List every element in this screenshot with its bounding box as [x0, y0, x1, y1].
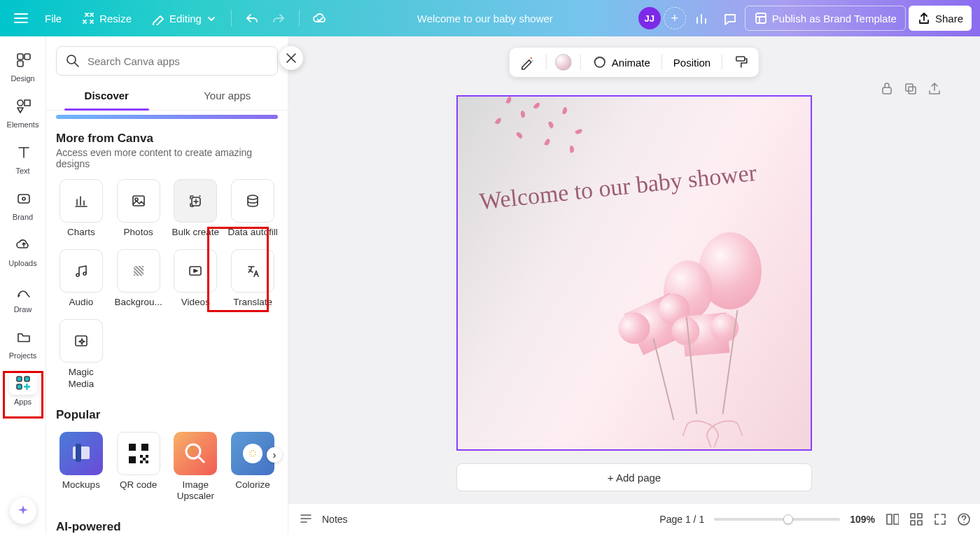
- export-page-icon[interactable]: [927, 81, 941, 95]
- notes-label[interactable]: Notes: [322, 514, 348, 525]
- paint-roller-icon: [734, 55, 749, 70]
- analytics-button[interactable]: [689, 6, 714, 31]
- app-label: Charts: [67, 227, 95, 238]
- zoom-slider[interactable]: [714, 518, 840, 521]
- app-translate[interactable]: Translate: [227, 249, 278, 308]
- resize-menu[interactable]: Resize: [73, 6, 140, 31]
- svg-rect-12: [133, 196, 144, 206]
- svg-point-11: [67, 55, 76, 64]
- user-avatar[interactable]: JJ: [638, 7, 661, 29]
- animate-button[interactable]: Animate: [589, 51, 653, 73]
- app-magic-media[interactable]: Magic Media: [56, 319, 106, 389]
- svg-rect-22: [76, 444, 81, 462]
- svg-rect-5: [24, 100, 30, 106]
- ai-powered-title: AI-powered: [56, 520, 278, 534]
- svg-point-39: [532, 60, 533, 62]
- position-button[interactable]: Position: [671, 51, 713, 73]
- magic-media-icon: [74, 333, 89, 349]
- add-collaborator-button[interactable]: +: [664, 7, 686, 29]
- svg-rect-2: [24, 54, 30, 59]
- fullscreen-button[interactable]: [932, 512, 946, 526]
- canvas-stage[interactable]: Welcome to our baby shower + Add page: [288, 36, 980, 503]
- app-data-autofill[interactable]: Data autofill: [227, 179, 278, 238]
- app-label: Backgrou...: [114, 297, 162, 308]
- file-menu[interactable]: File: [36, 6, 70, 31]
- zoom-value: 109%: [850, 514, 875, 525]
- grid-view-button[interactable]: [909, 512, 923, 526]
- rail-elements[interactable]: Elements: [2, 90, 44, 134]
- separator: [231, 10, 232, 27]
- format-painter-button[interactable]: [731, 51, 752, 73]
- close-panel-button[interactable]: [279, 46, 303, 70]
- app-label: Translate: [233, 297, 272, 308]
- app-background[interactable]: Backgrou...: [113, 249, 164, 308]
- draw-icon: [15, 283, 31, 298]
- app-videos[interactable]: Videos: [171, 249, 221, 308]
- brand-icon: [15, 190, 31, 206]
- svg-rect-47: [911, 514, 915, 518]
- publish-template-button[interactable]: Publish as Brand Template: [745, 6, 906, 31]
- apps-icon: [15, 374, 31, 391]
- rail-design[interactable]: Design: [2, 43, 44, 88]
- zoom-slider-thumb[interactable]: [783, 514, 793, 524]
- help-button[interactable]: [956, 512, 970, 526]
- magic-edit-button[interactable]: [517, 51, 538, 73]
- tab-discover[interactable]: Discover: [46, 83, 167, 110]
- help-icon: [956, 512, 970, 527]
- notes-button[interactable]: [298, 512, 312, 526]
- rail-label: Projects: [9, 351, 37, 360]
- editing-mode-menu[interactable]: Editing: [143, 6, 224, 31]
- app-photos[interactable]: Photos: [113, 179, 164, 238]
- color-swatch[interactable]: [555, 54, 572, 71]
- separator: [722, 55, 722, 70]
- redo-button[interactable]: [267, 6, 292, 31]
- bottom-bar: Notes Page 1 / 1 109%: [288, 503, 980, 534]
- more-from-canva-title: More from Canva: [56, 132, 278, 146]
- duplicate-page-icon[interactable]: [903, 81, 917, 95]
- tab-your-apps[interactable]: Your apps: [167, 83, 288, 110]
- rail-label: Elements: [7, 120, 39, 129]
- popular-next-button[interactable]: ›: [267, 447, 282, 463]
- panel-scroll[interactable]: More from Canva Access even more content…: [46, 111, 288, 534]
- svg-rect-29: [146, 461, 148, 463]
- search-apps-input[interactable]: [56, 46, 278, 76]
- app-label: Magic Media: [56, 367, 106, 389]
- app-label: Mockups: [62, 479, 100, 491]
- svg-rect-50: [918, 521, 922, 525]
- hamburger-menu[interactable]: [8, 6, 34, 31]
- cloud-sync-button[interactable]: [307, 6, 332, 31]
- popular-upscaler[interactable]: Image Upscaler: [171, 432, 221, 502]
- rail-text[interactable]: Text: [2, 136, 44, 181]
- app-label: Bulk create: [172, 227, 220, 238]
- rail-draw[interactable]: Draw: [2, 274, 44, 319]
- comments-button[interactable]: [717, 6, 742, 31]
- app-label: Data autofill: [227, 227, 277, 238]
- app-audio[interactable]: Audio: [56, 249, 106, 308]
- share-button[interactable]: Share: [909, 6, 972, 31]
- rail-apps[interactable]: Apps: [2, 367, 44, 412]
- rail-projects[interactable]: Projects: [2, 321, 44, 365]
- ai-assistant-button[interactable]: [10, 498, 36, 524]
- page-list-button[interactable]: [885, 512, 899, 526]
- svg-rect-27: [146, 455, 148, 458]
- popular-colorize[interactable]: Colorize: [227, 432, 278, 502]
- hamburger-icon: [14, 13, 28, 23]
- analytics-icon: [694, 11, 708, 25]
- app-bulk-create[interactable]: Bulk create: [171, 179, 221, 238]
- rail-label: Brand: [13, 213, 33, 221]
- rail-brand[interactable]: Brand: [2, 182, 44, 227]
- svg-rect-25: [129, 456, 136, 463]
- design-page[interactable]: Welcome to our baby shower: [456, 95, 812, 451]
- svg-rect-48: [918, 514, 922, 518]
- search-field[interactable]: [88, 55, 269, 67]
- add-page-button[interactable]: + Add page: [456, 463, 812, 491]
- rail-uploads[interactable]: Uploads: [2, 228, 44, 273]
- app-charts[interactable]: Charts: [56, 179, 106, 238]
- popular-mockups[interactable]: Mockups: [56, 432, 106, 502]
- undo-button[interactable]: [239, 6, 264, 31]
- lock-icon[interactable]: [879, 81, 893, 95]
- popular-qr[interactable]: QR code: [113, 432, 164, 502]
- share-label: Share: [935, 13, 963, 24]
- context-toolbar: Animate Position: [510, 48, 759, 77]
- document-title[interactable]: Welcome to our baby shower: [335, 13, 636, 24]
